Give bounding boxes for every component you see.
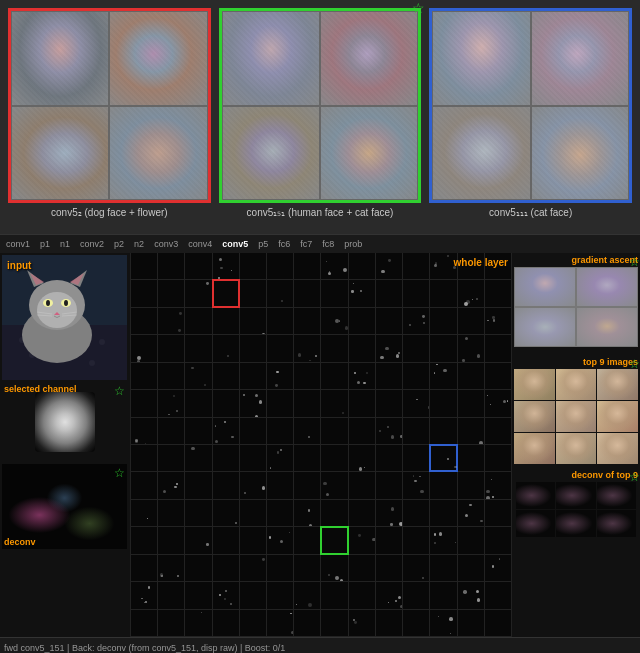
grid-cell[interactable] [131, 280, 157, 306]
grid-cell[interactable] [376, 280, 402, 306]
grid-cell[interactable] [403, 253, 429, 279]
grid-cell[interactable] [131, 363, 157, 389]
grid-cell[interactable] [213, 555, 239, 581]
grid-cell[interactable] [185, 472, 211, 498]
grid-cell[interactable] [267, 280, 293, 306]
grid-cell[interactable] [430, 363, 456, 389]
grid-cell[interactable] [376, 363, 402, 389]
grid-cell[interactable] [403, 390, 429, 416]
tab-fc6[interactable]: fc6 [274, 238, 294, 250]
grid-cell[interactable] [158, 445, 184, 471]
grid-cell[interactable] [321, 363, 347, 389]
grid-cell[interactable] [131, 445, 157, 471]
grid-cell[interactable] [131, 555, 157, 581]
tab-conv3[interactable]: conv3 [150, 238, 182, 250]
grid-cell[interactable] [430, 418, 456, 444]
grid-cell[interactable] [485, 390, 511, 416]
grid-cell[interactable] [240, 582, 266, 608]
grid-cell[interactable] [376, 445, 402, 471]
grid-cell[interactable] [430, 500, 456, 526]
grid-cell[interactable] [376, 335, 402, 361]
grid-cell[interactable] [349, 418, 375, 444]
grid-cell[interactable] [158, 390, 184, 416]
grid-cell[interactable] [185, 500, 211, 526]
grid-cell[interactable] [267, 582, 293, 608]
grid-cell[interactable] [485, 582, 511, 608]
grid-cell[interactable] [267, 418, 293, 444]
grid-cell[interactable] [430, 280, 456, 306]
grid-cell[interactable] [430, 335, 456, 361]
tab-prob[interactable]: prob [340, 238, 366, 250]
grid-cell[interactable] [267, 363, 293, 389]
grid-cell[interactable] [458, 280, 484, 306]
grid-cell[interactable] [158, 363, 184, 389]
grid-cell[interactable] [158, 253, 184, 279]
grid-cell[interactable] [403, 555, 429, 581]
grid-cell[interactable] [458, 308, 484, 334]
grid-cell[interactable] [267, 500, 293, 526]
grid-cell[interactable] [430, 527, 456, 553]
grid-cell[interactable] [267, 253, 293, 279]
grid-cell[interactable] [403, 500, 429, 526]
grid-cell[interactable] [213, 253, 239, 279]
grid-cell[interactable] [430, 555, 456, 581]
grid-cell[interactable] [185, 582, 211, 608]
grid-cell[interactable] [158, 472, 184, 498]
grid-cell[interactable] [321, 610, 347, 636]
grid-cell[interactable] [158, 500, 184, 526]
grid-cell[interactable] [403, 363, 429, 389]
grid-cell[interactable] [349, 280, 375, 306]
grid-cell[interactable] [403, 472, 429, 498]
grid-cell[interactable] [376, 500, 402, 526]
grid-cell[interactable] [321, 418, 347, 444]
grid-cell[interactable] [485, 445, 511, 471]
grid-cell[interactable] [349, 610, 375, 636]
grid-cell[interactable] [131, 253, 157, 279]
grid-cell[interactable] [376, 308, 402, 334]
grid-cell[interactable] [403, 610, 429, 636]
grid-cell[interactable] [158, 280, 184, 306]
grid-cell[interactable] [185, 527, 211, 553]
grid-cell[interactable] [458, 472, 484, 498]
grid-cell[interactable] [185, 363, 211, 389]
grid-cell[interactable] [321, 280, 347, 306]
grid-cell[interactable] [349, 253, 375, 279]
grid-cell[interactable] [294, 253, 320, 279]
top9-img-9[interactable] [597, 433, 638, 464]
grid-cell[interactable] [294, 280, 320, 306]
grid-cell[interactable] [403, 527, 429, 553]
grid-cell[interactable] [185, 253, 211, 279]
grid-cell[interactable] [131, 527, 157, 553]
grid-cell[interactable] [349, 363, 375, 389]
grid-cell[interactable] [213, 527, 239, 553]
grid-cell[interactable] [240, 280, 266, 306]
grid-cell[interactable] [376, 555, 402, 581]
grid-cell[interactable] [349, 555, 375, 581]
grid-cell[interactable] [213, 280, 239, 306]
grid-cell[interactable] [458, 363, 484, 389]
grid-cell[interactable] [376, 472, 402, 498]
grid-cell[interactable] [213, 445, 239, 471]
grid-cell[interactable] [430, 610, 456, 636]
grid-cell[interactable] [485, 500, 511, 526]
grid-cell[interactable] [213, 418, 239, 444]
grid-cell[interactable] [294, 308, 320, 334]
grid-cell[interactable] [185, 335, 211, 361]
grid-cell[interactable] [294, 335, 320, 361]
grid-cell[interactable] [131, 335, 157, 361]
grid-cell[interactable] [321, 390, 347, 416]
grid-cell[interactable] [240, 472, 266, 498]
grid-cell[interactable] [213, 363, 239, 389]
grid-cell[interactable] [321, 308, 347, 334]
grid-cell[interactable] [485, 363, 511, 389]
top9-img-4[interactable] [514, 401, 555, 432]
grid-cell[interactable] [294, 363, 320, 389]
grid-cell[interactable] [185, 418, 211, 444]
top9-img-3[interactable] [597, 369, 638, 400]
grid-cell[interactable] [349, 500, 375, 526]
grid-cell[interactable] [349, 390, 375, 416]
grid-cell[interactable] [430, 445, 456, 471]
grid-cell[interactable] [349, 472, 375, 498]
grid-cell[interactable] [349, 445, 375, 471]
grid-cell[interactable] [240, 418, 266, 444]
